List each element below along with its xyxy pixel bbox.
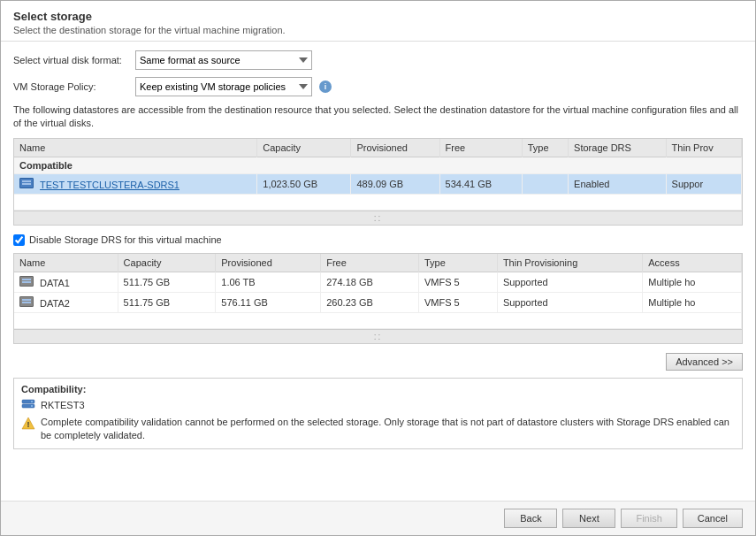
back-button[interactable]: Back <box>504 509 557 528</box>
disable-storage-drs-checkbox[interactable] <box>13 234 25 246</box>
select-storage-dialog: Select storage Select the destination st… <box>0 0 756 536</box>
row-thin-prov: Suppor <box>666 173 741 194</box>
row-type <box>522 173 568 194</box>
row-access: Multiple ho <box>643 292 742 312</box>
compat-server-row: RKTEST3 <box>21 398 735 412</box>
info-text: The following datastores are accessible … <box>13 103 743 131</box>
svg-point-2 <box>31 401 33 402</box>
empty-row <box>14 194 742 210</box>
datastore-icon <box>19 178 34 188</box>
virtual-disk-format-select[interactable]: Same format as source Thin Provision Thi… <box>135 50 312 70</box>
table-row[interactable]: DATA2 511.75 GB 576.11 GB 260.23 GB VMFS… <box>14 292 742 312</box>
cancel-button[interactable]: Cancel <box>683 509 743 528</box>
horizontal-scrollbar-top[interactable]: :: <box>14 211 742 225</box>
virtual-disk-format-label: Select virtual disk format: <box>13 55 128 65</box>
row-provisioned: 1.06 TB <box>216 272 321 292</box>
row-provisioned: 489.09 GB <box>351 173 439 194</box>
scroll-indicator-2: :: <box>374 332 383 341</box>
row-type: VMFS 5 <box>418 272 497 292</box>
datastore-icon <box>19 296 34 307</box>
row-provisioned: 576.11 GB <box>216 292 321 312</box>
horizontal-scrollbar-bottom[interactable]: :: <box>14 329 742 343</box>
scroll-indicator: :: <box>374 213 383 223</box>
info-icon[interactable]: i <box>319 80 332 93</box>
row-free: 260.23 GB <box>321 292 419 312</box>
compatible-table: Name Capacity Provisioned Free Type Stor… <box>14 139 742 211</box>
compatible-group-label: Compatible <box>14 157 742 173</box>
warning-icon: ! <box>21 417 35 431</box>
ind-col-access: Access <box>643 254 742 272</box>
server-icon <box>21 398 35 412</box>
row-name: DATA1 <box>14 272 118 292</box>
ds-icon <box>19 178 34 188</box>
row-name: TEST TESTCLUSTERA-SDRS1 <box>14 173 257 194</box>
ind-col-provisioned: Provisioned <box>216 254 321 272</box>
table-row[interactable]: TEST TESTCLUSTERA-SDRS1 1,023.50 GB 489.… <box>14 173 742 194</box>
row-thin-prov: Supported <box>497 292 642 312</box>
compat-server-name: RKTEST3 <box>41 400 85 410</box>
disable-storage-drs-label[interactable]: Disable Storage DRS for this virtual mac… <box>29 234 222 245</box>
individual-table-wrapper[interactable]: Name Capacity Provisioned Free Type Thin… <box>14 254 742 329</box>
compat-warning-row: ! Complete compatibility validation cann… <box>21 416 735 443</box>
individual-table-section: Name Capacity Provisioned Free Type Thin… <box>13 253 743 344</box>
compatible-table-section: Name Capacity Provisioned Free Type Stor… <box>13 138 743 226</box>
col-capacity: Capacity <box>257 139 351 157</box>
col-type: Type <box>522 139 568 157</box>
svg-point-3 <box>31 405 33 407</box>
col-provisioned: Provisioned <box>351 139 439 157</box>
individual-table: Name Capacity Provisioned Free Type Thin… <box>14 254 742 329</box>
virtual-disk-format-row: Select virtual disk format: Same format … <box>13 50 743 70</box>
dialog-title: Select storage <box>13 10 743 23</box>
row-capacity: 1,023.50 GB <box>257 173 351 194</box>
dialog-header: Select storage Select the destination st… <box>1 1 755 42</box>
table-row[interactable]: DATA1 511.75 GB 1.06 TB 274.18 GB VMFS 5… <box>14 272 742 292</box>
advanced-button[interactable]: Advanced >> <box>666 353 743 371</box>
col-storage-drs: Storage DRS <box>569 139 667 157</box>
compat-warning-text: Complete compatibility validation cannot… <box>41 416 735 443</box>
ind-col-free: Free <box>321 254 419 272</box>
row-capacity: 511.75 GB <box>118 272 216 292</box>
ds-icon-data2 <box>19 296 34 307</box>
ind-col-name: Name <box>14 254 118 272</box>
ind-col-thin-prov: Thin Provisioning <box>497 254 642 272</box>
ind-col-capacity: Capacity <box>118 254 216 272</box>
row-type: VMFS 5 <box>418 292 497 312</box>
finish-button[interactable]: Finish <box>621 509 676 528</box>
row-capacity: 511.75 GB <box>118 292 216 312</box>
col-name: Name <box>14 139 257 157</box>
col-thin-prov: Thin Prov <box>666 139 741 157</box>
dialog-body: Select virtual disk format: Same format … <box>1 42 755 501</box>
svg-text:!: ! <box>27 420 30 429</box>
dialog-subtitle: Select the destination storage for the v… <box>13 25 743 35</box>
next-button[interactable]: Next <box>562 509 615 528</box>
compatible-table-wrapper[interactable]: Name Capacity Provisioned Free Type Stor… <box>14 139 742 211</box>
compatibility-section: Compatibility: RKTEST3 ! Complete compat… <box>13 378 743 449</box>
ds-icon-data1 <box>19 276 34 287</box>
dialog-footer: Back Next Finish Cancel <box>1 501 755 535</box>
vm-storage-policy-label: VM Storage Policy: <box>13 81 128 92</box>
empty-row <box>14 312 742 328</box>
vm-storage-policy-select[interactable]: Keep existing VM storage policies <box>135 77 312 96</box>
row-thin-prov: Supported <box>497 272 642 292</box>
datastore-icon <box>19 276 34 287</box>
row-free: 534.41 GB <box>439 173 522 194</box>
col-free: Free <box>439 139 522 157</box>
disable-storage-drs-row: Disable Storage DRS for this virtual mac… <box>13 234 743 246</box>
row-storage-drs: Enabled <box>569 173 667 194</box>
advanced-btn-row: Advanced >> <box>13 353 743 371</box>
row-free: 274.18 GB <box>321 272 419 292</box>
vm-storage-policy-row: VM Storage Policy: Keep existing VM stor… <box>13 77 743 96</box>
row-access: Multiple ho <box>643 272 742 292</box>
row-name: DATA2 <box>14 292 118 312</box>
compatibility-title: Compatibility: <box>21 384 735 394</box>
ind-col-type: Type <box>418 254 497 272</box>
